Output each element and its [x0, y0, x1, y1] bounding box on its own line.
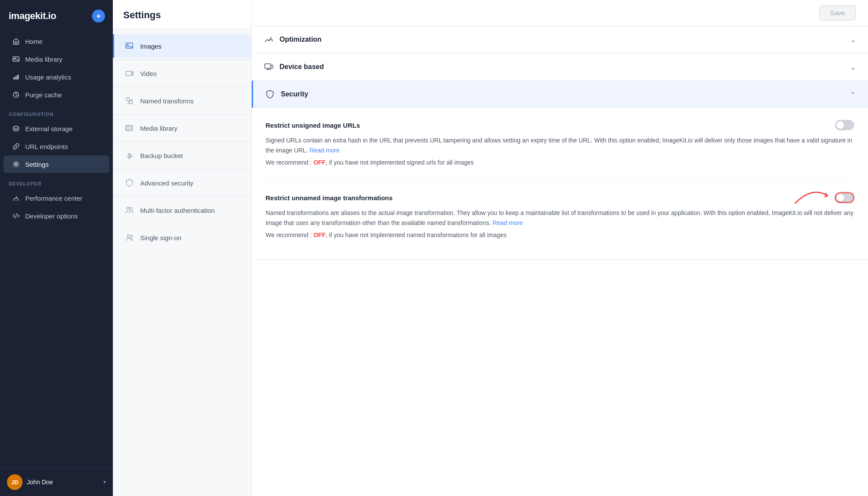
backup-icon — [125, 151, 134, 160]
sidebar-item-developer-options[interactable]: Developer options — [3, 207, 109, 225]
sidebar-item-external-storage[interactable]: External storage — [3, 120, 109, 137]
settings-item-video[interactable]: Video — [113, 62, 251, 85]
settings-label-mfa: Multi-factor authentication — [140, 207, 215, 214]
restrict-unnamed-toggle-area — [835, 192, 854, 203]
sidebar-item-performance-center[interactable]: Performance center — [3, 189, 109, 207]
shield-icon — [265, 89, 275, 99]
media-icon — [12, 55, 20, 63]
link-icon — [12, 142, 20, 150]
svg-rect-2 — [13, 77, 15, 79]
settings-list: Images Video Named — [113, 29, 251, 255]
restrict-unnamed-desc: Named transformations are aliases to the… — [266, 208, 854, 228]
main-content: Save Optimization ⌄ — [252, 0, 868, 496]
middle-panel: Settings Images Video — [113, 0, 252, 496]
sso-icon — [125, 233, 134, 242]
chevron-down-icon: ▾ — [103, 479, 106, 485]
svg-rect-25 — [265, 64, 271, 68]
svg-point-7 — [15, 163, 17, 165]
user-name: John Doe — [27, 479, 99, 486]
restrict-unsigned-header: Restrict unsigned image URLs — [266, 120, 854, 130]
settings-label-sso: Single sign-on — [140, 234, 181, 241]
restrict-unsigned-recommend: We recommend : OFF, if you have not impl… — [266, 159, 854, 166]
sidebar-item-settings[interactable]: Settings — [3, 155, 109, 173]
security-accordion: Security ⌄ Restrict unsigned image URLs … — [252, 81, 868, 260]
settings-item-advanced-security[interactable]: Advanced security — [113, 171, 251, 195]
optimization-chevron: ⌄ — [850, 36, 856, 44]
security-header-left: Security — [265, 89, 308, 99]
settings-label-images: Images — [140, 43, 161, 50]
settings-icon — [12, 160, 20, 168]
optimization-header-left: Optimization — [264, 35, 322, 44]
optimization-title: Optimization — [279, 36, 322, 43]
sidebar-label-developer-options: Developer options — [25, 212, 78, 220]
settings-item-named-transforms[interactable]: Named transforms — [113, 89, 251, 112]
svg-line-9 — [16, 214, 17, 218]
config-section-label: CONFIGURATION — [0, 104, 113, 119]
restrict-unnamed-off: OFF — [313, 231, 326, 238]
restrict-unsigned-title: Restrict unsigned image URLs — [266, 122, 360, 129]
sidebar-item-purge-cache[interactable]: Purge cache — [3, 86, 109, 103]
sidebar-item-home[interactable]: Home — [3, 33, 109, 50]
svg-point-11 — [127, 44, 128, 46]
security-title: Security — [281, 90, 308, 98]
settings-item-images[interactable]: Images — [113, 34, 251, 58]
settings-item-mfa[interactable]: Multi-factor authentication — [113, 198, 251, 222]
user-profile[interactable]: JD John Doe ▾ — [0, 468, 113, 496]
device-based-accordion-header[interactable]: Device based ⌄ — [252, 53, 868, 80]
optimization-accordion-header[interactable]: Optimization ⌄ — [252, 26, 868, 53]
sidebar-label-settings: Settings — [25, 161, 49, 168]
restrict-unnamed-recommend: We recommend : OFF, if you have not impl… — [266, 231, 854, 238]
svg-rect-4 — [17, 75, 19, 79]
sidebar-label-performance-center: Performance center — [25, 195, 82, 202]
settings-item-backup-bucket[interactable]: Backup bucket — [113, 144, 251, 167]
restrict-unnamed-read-more[interactable]: Read more — [493, 219, 523, 226]
media-lib-icon — [125, 123, 134, 133]
sidebar-item-usage-analytics[interactable]: Usage analytics — [3, 68, 109, 86]
avatar: JD — [7, 474, 23, 490]
restrict-unnamed-header: Restrict unnamed image transformations — [266, 192, 854, 203]
device-based-chevron: ⌄ — [850, 63, 856, 71]
device-based-title: Device based — [279, 63, 324, 71]
svg-rect-3 — [16, 76, 17, 79]
sidebar-label-external-storage: External storage — [25, 125, 72, 132]
sidebar-label-home: Home — [25, 38, 43, 45]
security-content: Restrict unsigned image URLs Signed URLs… — [252, 108, 868, 259]
device-based-accordion: Device based ⌄ — [252, 53, 868, 81]
restrict-unsigned-desc: Signed URLs contain an extra hash in the… — [266, 136, 854, 155]
settings-label-video: Video — [140, 70, 157, 77]
sidebar-item-url-endpoints[interactable]: URL endpoints — [3, 138, 109, 155]
storage-icon — [12, 125, 20, 132]
svg-rect-12 — [126, 71, 132, 76]
sidebar-nav: Home Media library Usage analytics — [0, 32, 113, 468]
settings-label-backup-bucket: Backup bucket — [140, 152, 183, 159]
svg-point-24 — [130, 235, 132, 238]
svg-point-6 — [13, 126, 19, 129]
restrict-unsigned-toggle[interactable] — [835, 120, 854, 130]
performance-icon — [12, 194, 20, 202]
svg-point-21 — [127, 207, 129, 210]
purge-icon — [12, 91, 20, 99]
annotation-arrow — [791, 184, 834, 205]
logo-plus-button[interactable]: + — [92, 10, 105, 23]
sidebar-logo-area: imagekit.io + — [0, 0, 113, 32]
sidebar-label-usage-analytics: Usage analytics — [25, 73, 71, 81]
security-accordion-header[interactable]: Security ⌄ — [252, 81, 868, 108]
restrict-unsigned-off: OFF — [313, 159, 326, 166]
settings-label-media-library: Media library — [140, 125, 178, 132]
sidebar-item-media-library[interactable]: Media library — [3, 50, 109, 68]
settings-item-media-library[interactable]: Media library — [113, 116, 251, 140]
sidebar-label-media-library: Media library — [25, 56, 62, 63]
main-toolbar: Save — [252, 0, 868, 26]
svg-point-8 — [16, 200, 16, 201]
optimization-icon — [264, 35, 273, 44]
save-button[interactable]: Save — [819, 5, 856, 20]
restrict-unnamed-title: Restrict unnamed image transformations — [266, 194, 393, 202]
restrict-unnamed-toggle[interactable] — [835, 192, 854, 203]
settings-item-sso[interactable]: Single sign-on — [113, 226, 251, 249]
svg-point-22 — [130, 207, 132, 210]
restrict-unnamed-row: Restrict unnamed image transformations N… — [266, 192, 854, 251]
restrict-unsigned-read-more[interactable]: Read more — [309, 147, 339, 154]
sidebar: imagekit.io + Home Media library — [0, 0, 113, 496]
home-icon — [12, 37, 20, 45]
device-based-header-left: Device based — [264, 62, 324, 72]
